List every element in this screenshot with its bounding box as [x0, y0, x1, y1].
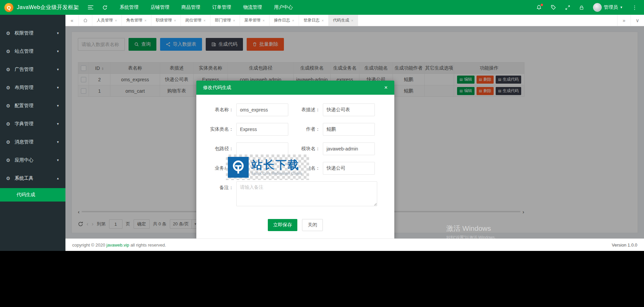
sidebar-item[interactable]: ⚙应用中心▼	[0, 151, 65, 169]
sidebar-item[interactable]: ⚙布局管理▼	[0, 79, 65, 97]
avatar	[593, 3, 602, 12]
table-name-label: 表名称：	[204, 107, 236, 113]
modal-header: 修改代码生成 ×	[196, 81, 394, 95]
notifications-bell-icon[interactable]	[536, 5, 542, 10]
tab-label: 操作日志	[274, 17, 290, 23]
nav-menu-item[interactable]: 店铺管理	[150, 4, 169, 10]
tab[interactable]: 职级管理×	[151, 15, 181, 26]
user-menu[interactable]: 管理员 ▼	[593, 3, 623, 12]
watermark-title: 站长下载	[251, 159, 302, 171]
package-path-field[interactable]	[236, 142, 288, 155]
nav-menu-item[interactable]: 用户中心	[274, 4, 293, 10]
author-field[interactable]	[323, 123, 375, 136]
navbar-right: 管理员 ▼ ⋮	[536, 3, 644, 12]
sidebar: ⚙权限管理▼⚙站点管理▼⚙广告管理▼⚙布局管理▼⚙配置管理▼⚙字典管理▼⚙消息管…	[0, 15, 65, 251]
close-icon[interactable]: ×	[203, 18, 205, 23]
sidebar-item[interactable]: ⚙站点管理▼	[0, 42, 65, 60]
sidebar-item[interactable]: ⚙字典管理▼	[0, 115, 65, 133]
sidebar-item[interactable]: ⚙权限管理▼	[0, 24, 65, 42]
gear-icon: ⚙	[6, 67, 10, 72]
caret-down-icon: ▼	[620, 6, 623, 9]
close-icon[interactable]: ×	[174, 18, 176, 23]
tab[interactable]: 登录日志×	[299, 15, 329, 26]
sidebar-item[interactable]: ⚙配置管理▼	[0, 97, 65, 115]
save-button[interactable]: 立即保存	[268, 219, 297, 231]
close-icon[interactable]: ×	[144, 18, 146, 23]
chevron-down-icon: ▼	[56, 32, 59, 35]
gear-icon: ⚙	[6, 49, 10, 54]
chevron-down-icon: ▼	[56, 50, 59, 53]
table-desc-field[interactable]	[323, 103, 375, 116]
chevron-up-icon: ▲	[56, 177, 59, 180]
lock-screen-icon[interactable]	[579, 5, 584, 10]
sidebar-toggle-hamburger-icon[interactable]	[88, 5, 94, 10]
tab-label: 部门管理	[215, 17, 231, 23]
entity-name-label: 实体类名：	[204, 126, 236, 132]
sidebar-item[interactable]: ⚙消息管理▼	[0, 133, 65, 151]
tabs-menu-icon[interactable]: ∨	[631, 15, 644, 26]
tab[interactable]: 人员管理×	[92, 15, 122, 26]
close-icon[interactable]: ×	[115, 18, 117, 23]
tab[interactable]: 岗位管理×	[181, 15, 210, 26]
chevron-down-icon: ▼	[56, 140, 59, 144]
fullscreen-icon[interactable]	[565, 5, 570, 10]
top-menu: 系统管理店铺管理商品管理订单管理物流管理用户中心	[107, 4, 293, 10]
gear-icon: ⚙	[6, 158, 10, 163]
entity-name-field[interactable]	[236, 123, 288, 136]
close-icon[interactable]: ×	[321, 18, 324, 23]
sidebar-item-label: 广告管理	[15, 67, 34, 73]
tab-label: 职级管理	[156, 17, 172, 23]
footer: copyright © 2020 javaweb.vip all rights …	[65, 238, 644, 251]
modal-title: 修改代码生成	[203, 85, 231, 91]
nav-menu-item[interactable]: 系统管理	[119, 4, 138, 10]
copyright-text: copyright © 2020 javaweb.vip all rights …	[72, 243, 166, 248]
content-area: 查询 导入数据表 生成代码 批量删除	[65, 26, 644, 238]
close-button[interactable]: 关闭	[302, 219, 323, 231]
screen: Q JavaWeb企业级开发框架 系统管理店铺管理商品管理订单管理物流管理用户中…	[0, 0, 644, 307]
javaweb-link[interactable]: javaweb.vip	[106, 243, 129, 248]
gear-icon: ⚙	[6, 176, 10, 181]
tab-label: 岗位管理	[185, 17, 201, 23]
module-name-label: 模块名：	[291, 146, 323, 152]
table-name-field[interactable]	[236, 103, 288, 116]
app-logo-icon: Q	[4, 3, 13, 12]
sidebar-subitem[interactable]: 代码生成	[0, 188, 65, 202]
close-icon[interactable]: ×	[262, 18, 264, 23]
tabs-scroll-left-icon[interactable]: «	[65, 15, 79, 26]
tab[interactable]: 部门管理×	[210, 15, 240, 26]
sidebar-item-label: 权限管理	[15, 30, 34, 36]
nav-menu-item[interactable]: 物流管理	[243, 4, 262, 10]
refresh-icon[interactable]	[102, 5, 107, 10]
table-desc-label: 表描述：	[291, 107, 323, 113]
close-icon[interactable]: ×	[384, 84, 388, 91]
close-icon[interactable]: ×	[351, 18, 353, 23]
tab-label: 代码生成	[333, 17, 349, 23]
sidebar-item[interactable]: ⚙系统工具▲	[0, 169, 65, 187]
tag-icon[interactable]	[551, 5, 556, 10]
tab[interactable]: 代码生成×	[329, 15, 358, 26]
module-name-field[interactable]	[323, 142, 375, 155]
chevron-down-icon: ▼	[56, 122, 59, 126]
tab-label: 菜单管理	[244, 17, 260, 23]
more-vertical-icon[interactable]: ⋮	[632, 4, 637, 11]
tab[interactable]: 菜单管理×	[240, 15, 269, 26]
top-navbar: Q JavaWeb企业级开发框架 系统管理店铺管理商品管理订单管理物流管理用户中…	[0, 0, 644, 15]
chevron-down-icon: ▼	[56, 68, 59, 71]
version-label: Version 1.0.0	[612, 243, 637, 248]
remark-textarea[interactable]	[236, 181, 377, 206]
tab[interactable]: 角色管理×	[122, 15, 151, 26]
nav-menu-item[interactable]: 商品管理	[181, 4, 200, 10]
close-icon[interactable]: ×	[292, 18, 294, 23]
tab-label: 角色管理	[126, 17, 142, 23]
nav-menu-item[interactable]: 订单管理	[212, 4, 231, 10]
function-name-field[interactable]	[323, 162, 375, 175]
close-icon[interactable]: ×	[233, 18, 235, 23]
chevron-down-icon: ▼	[56, 104, 59, 107]
tabs-scroll-right-icon[interactable]: »	[617, 15, 631, 26]
sidebar-item-label: 消息管理	[15, 139, 34, 145]
home-tab-icon[interactable]	[79, 15, 92, 26]
tab[interactable]: 操作日志×	[269, 15, 299, 26]
sidebar-item[interactable]: ⚙广告管理▼	[0, 60, 65, 79]
username: 管理员	[604, 4, 618, 10]
sidebar-item-label: 布局管理	[15, 85, 34, 91]
